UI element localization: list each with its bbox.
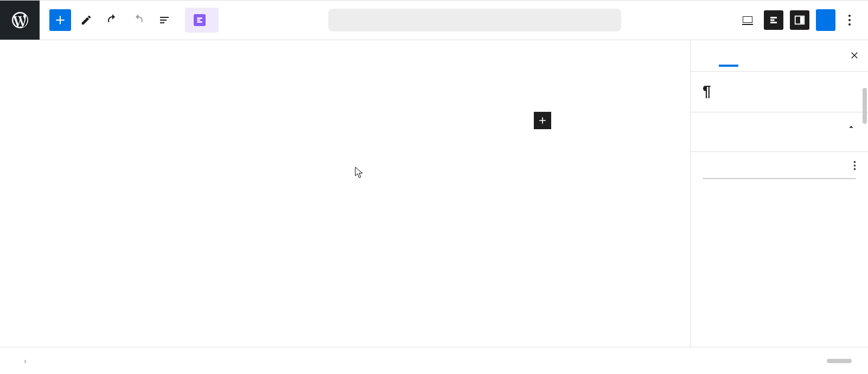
tools-button[interactable]	[75, 9, 97, 31]
sidebar-tabs	[691, 40, 868, 72]
add-block-button[interactable]	[49, 9, 71, 31]
editor-main: ¶	[0, 40, 868, 347]
document-overview-button[interactable]	[154, 9, 175, 31]
pencil-icon	[80, 14, 92, 26]
redo-button[interactable]	[127, 9, 149, 31]
chevron-up-icon	[846, 122, 856, 132]
desktop-icon	[741, 14, 754, 27]
eb-logo-icon	[769, 15, 778, 25]
styles-grid	[691, 141, 868, 151]
undo-icon	[106, 14, 119, 27]
block-type-panel: ¶	[691, 72, 868, 112]
eb-badge-icon	[194, 14, 206, 26]
svg-point-3	[848, 15, 851, 17]
svg-rect-2	[800, 17, 803, 24]
eb-plugin-button[interactable]	[764, 10, 783, 30]
wordpress-logo-button[interactable]	[0, 1, 40, 40]
tab-page[interactable]	[699, 46, 719, 66]
breadcrumb-scrollbar[interactable]	[827, 359, 852, 363]
sidebar-icon	[794, 14, 806, 26]
svg-point-8	[854, 168, 856, 170]
plus-icon	[537, 115, 548, 126]
svg-point-7	[854, 164, 856, 166]
document-title-bar	[228, 9, 720, 31]
chevron-right-icon: ›	[24, 356, 27, 365]
close-sidebar-button[interactable]	[850, 50, 859, 62]
color-list	[703, 178, 856, 179]
list-view-icon	[158, 14, 171, 27]
publish-button[interactable]	[816, 9, 835, 31]
toolbar-right	[720, 9, 868, 31]
styles-panel-header[interactable]	[691, 112, 868, 141]
sidebar-scrollbar[interactable]	[863, 88, 867, 124]
settings-sidebar-toggle[interactable]	[790, 10, 809, 30]
wordpress-icon	[10, 10, 30, 30]
svg-point-4	[848, 19, 851, 21]
document-title-button[interactable]	[328, 9, 621, 31]
pattern-library-button[interactable]	[185, 8, 219, 33]
ellipsis-vertical-icon	[853, 161, 856, 170]
editor-canvas[interactable]	[0, 40, 690, 347]
breadcrumb: ›	[0, 347, 868, 374]
color-panel-header[interactable]	[703, 161, 856, 178]
view-button[interactable]	[738, 10, 757, 30]
svg-point-6	[854, 161, 856, 163]
paragraph-icon: ¶	[703, 83, 711, 100]
inline-add-block-button[interactable]	[534, 112, 551, 129]
toolbar-left	[40, 8, 228, 33]
options-menu-button[interactable]	[842, 14, 857, 26]
mouse-cursor-icon	[355, 167, 365, 179]
undo-button[interactable]	[101, 9, 123, 31]
editor-topbar	[0, 0, 868, 40]
svg-point-5	[848, 23, 851, 26]
ellipsis-vertical-icon	[848, 14, 851, 26]
close-icon	[850, 50, 859, 60]
plus-icon	[53, 13, 67, 27]
svg-rect-0	[743, 17, 752, 22]
tab-block[interactable]	[719, 45, 738, 67]
redo-icon	[132, 14, 145, 27]
settings-sidebar: ¶	[690, 40, 868, 347]
